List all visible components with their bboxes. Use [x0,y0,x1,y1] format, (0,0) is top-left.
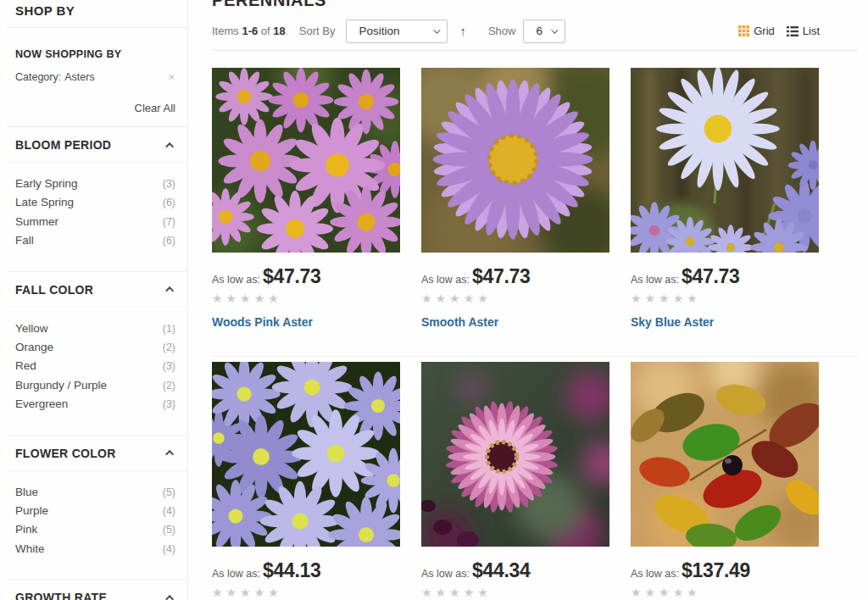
product-card: As low as: $44.34 ★★★★★ [421,362,609,600]
filter-count: (5) [163,484,175,502]
now-shopping-heading: NOW SHOPPING BY [15,48,175,60]
rating-stars: ★★★★★ [421,292,609,307]
filter-group-title: FLOWER COLOR [15,447,116,460]
filter-item-red[interactable]: Red (3) [15,357,175,375]
product-price-row: As low as: $44.13 [212,559,400,583]
rating-stars: ★★★★★ [631,586,819,600]
as-low-as-label: As low as: [212,568,260,580]
shop-by-title: SHOP BY [15,2,175,20]
flower-photo [631,362,819,547]
filter-label: Burgundy / Purple [15,376,107,394]
rating-stars: ★★★★★ [421,586,609,600]
as-low-as-label: As low as: [631,568,679,580]
remove-filter-icon[interactable]: ✕ [168,73,175,82]
as-low-as-label: As low as: [631,274,679,286]
chevron-up-icon [165,595,174,600]
filter-sidebar: SHOP BY NOW SHOPPING BY Category: Asters… [0,0,188,600]
show-select-value: 6 [536,25,542,37]
rating-stars: ★★★★★ [631,292,819,307]
product-card: As low as: $47.73 ★★★★★ Woods Pink Aster [212,68,400,329]
product-card: As low as: $137.49 ★★★★★ [631,362,819,600]
rating-stars: ★★★★★ [212,292,400,307]
flower-photo [631,68,819,253]
product-image-smooth-aster[interactable] [421,68,609,253]
clear-all-link[interactable]: Clear All [15,102,175,114]
product-price-row: As low as: $47.73 [631,265,819,289]
product-price: $44.34 [472,559,531,582]
active-filter-label: Category: [15,71,61,83]
sort-by-label: Sort By [299,25,336,37]
filter-count: (4) [163,503,175,520]
page-title: PERENNIALS [212,0,326,10]
product-name-link[interactable]: Smooth Aster [421,315,609,329]
filter-group-header-growth-rate[interactable]: GROWTH RATE [15,580,175,600]
list-view-button[interactable]: List [787,25,820,37]
catalog-page: SHOP BY NOW SHOPPING BY Category: Asters… [0,0,868,600]
product-card: As low as: $47.73 ★★★★★ Smooth Aster [421,68,609,329]
filter-label: Pink [15,520,37,538]
filter-group-title: FALL COLOR [15,283,93,297]
filter-label: White [15,540,45,558]
filter-label: Fall [15,231,34,249]
show-select[interactable]: 6 [523,19,565,43]
product-image-woods-pink-aster[interactable] [212,68,400,253]
product-price: $137.49 [682,559,750,582]
chevron-down-icon [552,26,559,33]
filter-count: (6) [163,232,175,250]
product-name-link[interactable]: Sky Blue Aster [631,315,819,329]
items-range: 1-6 [242,25,258,37]
grid-icon [738,25,749,36]
product-image-sky-blue-aster[interactable] [631,68,819,253]
filter-item-purple[interactable]: Purple (4) [15,502,175,520]
product-price: $47.73 [263,265,321,288]
filter-count: (3) [163,358,175,375]
filter-group-header-fall-color[interactable]: FALL COLOR [15,272,175,307]
flower-photo [212,362,400,547]
filter-item-white[interactable]: White (4) [15,540,175,558]
filter-group-header-flower-color[interactable]: FLOWER COLOR [15,436,175,470]
product-price: $47.73 [472,265,531,288]
filter-label: Red [15,357,36,375]
active-filter-category: Category: Asters ✕ [15,71,175,83]
items-total: 18 [273,25,285,37]
filter-group-title: BLOOM PERIOD [15,138,111,152]
product-price: $44.13 [263,559,321,582]
sort-select-value: Position [359,25,399,37]
product-name-link[interactable]: Woods Pink Aster [212,315,400,329]
view-mode-switcher: Grid List [738,12,820,50]
product-image-autumn-foliage[interactable] [631,362,819,547]
filter-item-early-spring[interactable]: Early Spring (3) [15,175,175,193]
filter-item-yellow[interactable]: Yellow (1) [15,319,175,338]
product-image-lavender-asters[interactable] [212,362,400,547]
list-icon [787,26,798,36]
product-card: As low as: $47.73 ★★★★★ Sky Blue Aster [631,68,819,329]
grid-view-button[interactable]: Grid [738,25,775,37]
filter-label: Summer [15,213,58,231]
filter-item-burgundy-purple[interactable]: Burgundy / Purple (2) [15,376,175,395]
filter-group-header-bloom-period[interactable]: BLOOM PERIOD [15,127,175,162]
filter-count: (1) [163,320,175,338]
filter-group-items: Early Spring (3) Late Spring (6) Summer … [15,163,175,259]
product-image-magenta-aster[interactable] [421,362,609,547]
sort-direction-button[interactable]: ↑ [459,24,466,38]
items-label: Items [212,25,239,37]
as-low-as-label: As low as: [421,274,470,286]
filter-item-pink[interactable]: Pink (5) [15,520,175,539]
filter-item-fall[interactable]: Fall (6) [15,231,175,250]
show-label: Show [488,25,516,37]
filter-item-summer[interactable]: Summer (7) [15,213,175,231]
product-price: $47.73 [682,265,740,288]
filter-count: (2) [163,339,175,357]
list-view-label: List [803,25,820,37]
filter-item-late-spring[interactable]: Late Spring (6) [15,193,175,212]
toolbar: Items 1-6 of 18 Sort By Position ↑ Show … [212,12,858,51]
filter-item-blue[interactable]: Blue (5) [15,483,175,502]
filter-item-orange[interactable]: Orange (2) [15,338,175,357]
as-low-as-label: As low as: [212,274,260,286]
as-low-as-label: As low as: [421,568,470,580]
flower-photo [421,362,609,547]
filter-count: (3) [163,175,175,193]
filter-item-evergreen[interactable]: Evergreen (3) [15,395,175,414]
sort-select[interactable]: Position [346,19,448,43]
filter-count: (2) [163,377,175,395]
